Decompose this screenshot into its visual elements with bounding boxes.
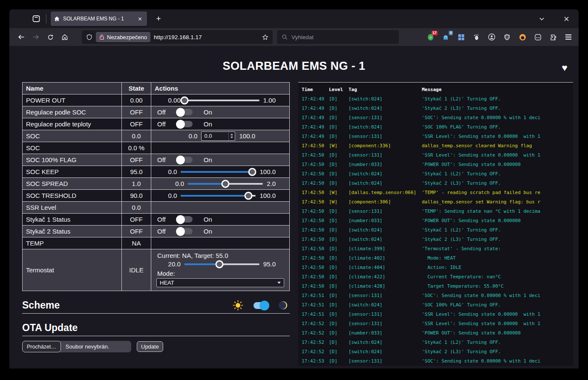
- file-input[interactable]: Procházet… Soubor nevybrán.: [22, 341, 131, 352]
- url-bar[interactable]: Nezabezpečeno http://192.168.1.17: [82, 30, 273, 44]
- container-tabs-button[interactable]: [533, 33, 542, 41]
- slider-min-label: 0.0: [168, 192, 177, 199]
- toggle-control: OffOn: [151, 156, 289, 163]
- slider-knob[interactable]: [180, 96, 188, 104]
- forward-button[interactable]: [29, 31, 43, 43]
- scheme-toggle-knob[interactable]: [259, 300, 269, 310]
- slider-knob[interactable]: [222, 180, 230, 188]
- scheme-heading: Scheme: [22, 300, 60, 311]
- entity-name: TEMP: [23, 237, 122, 249]
- extension-orange-button[interactable]: [518, 33, 527, 41]
- back-button[interactable]: [14, 31, 28, 43]
- slider-control: 0.02.0: [151, 180, 289, 187]
- entity-state: NA: [122, 237, 151, 249]
- tab-strip: SOLARBEAM EMS NG - 1 +: [9, 9, 579, 28]
- extensions-button[interactable]: [549, 33, 557, 41]
- log-message: 'SOC 100% FLAG' Turning OFF.: [422, 124, 573, 130]
- log-console[interactable]: Time Level Tag Message 17:42:49[D][switc…: [298, 82, 573, 366]
- log-row: 17:42:52[D][number:033]'POWER OUT': Send…: [298, 328, 573, 337]
- search-bar[interactable]: Vyhledat: [277, 30, 399, 44]
- header-state: State: [122, 83, 151, 94]
- entity-row: SOC SPREAD1.00.02.0: [23, 178, 290, 190]
- log-time: 17:42:50: [302, 171, 329, 177]
- log-tag: [climate:402]: [349, 255, 422, 261]
- extension-icons: 17 0: [426, 33, 574, 41]
- log-message: 'Stykač 1 (L2)' Turning OFF.: [422, 227, 573, 233]
- mode-select[interactable]: HEAT: [156, 278, 284, 287]
- log-tag: [switch:024]: [349, 171, 422, 177]
- log-level: [D]: [329, 265, 349, 270]
- scheme-toggle[interactable]: [254, 302, 268, 309]
- toggle-switch[interactable]: [177, 228, 193, 234]
- log-level: [D]: [329, 246, 349, 251]
- extension-adblock-button[interactable]: 17: [426, 33, 435, 41]
- log-tag: [climate:404]: [349, 265, 422, 270]
- log-header-tag: Tag: [349, 87, 422, 92]
- log-time: 17:42:52: [302, 321, 329, 326]
- toggle-switch[interactable]: [177, 216, 193, 223]
- entity-row: SOC KEEP95.00.0100.0: [23, 166, 290, 178]
- log-message: 'Termostat' - Sending state:: [422, 246, 573, 251]
- update-button[interactable]: Update: [137, 341, 163, 352]
- toggle-switch[interactable]: [177, 109, 193, 115]
- extension-grid-button[interactable]: [457, 33, 465, 41]
- tab-separator: [46, 14, 46, 23]
- slider[interactable]: [181, 195, 256, 197]
- slider[interactable]: [188, 183, 263, 185]
- security-chip[interactable]: Nezabezpečeno: [96, 32, 150, 42]
- home-button[interactable]: [58, 31, 72, 43]
- browse-button[interactable]: Procházet…: [22, 341, 61, 352]
- toggle-off-label: Off: [157, 228, 166, 235]
- log-level: [D]: [329, 134, 349, 139]
- log-row: 17:42:53[D][sensor:131]'SOC': Sending st…: [298, 356, 573, 366]
- slider[interactable]: [181, 171, 256, 173]
- browser-tab[interactable]: SOLARBEAM EMS NG - 1: [51, 11, 147, 26]
- menu-button[interactable]: [564, 33, 573, 41]
- toggle-knob: [176, 155, 185, 164]
- log-time: 17:42:50: [302, 227, 329, 233]
- log-tag: [number:033]: [349, 218, 422, 223]
- slider-knob[interactable]: [244, 191, 252, 200]
- orange-circle-icon: [519, 34, 526, 41]
- entity-name: Regulace podle teploty: [23, 118, 122, 130]
- number-value: 0.0: [202, 133, 228, 139]
- log-row: 17:42:50[D][switch:024]'Stykač 2 (L3)' T…: [298, 234, 573, 244]
- slider[interactable]: [184, 100, 259, 101]
- log-level: [D]: [329, 218, 349, 223]
- extension-gnome-button[interactable]: [472, 33, 481, 41]
- slider[interactable]: [184, 263, 259, 265]
- home-favicon-icon: [54, 16, 60, 22]
- log-message: 'SOC': Sending state 0.00000 % with 1 de…: [422, 358, 573, 364]
- toggle-switch[interactable]: [177, 157, 193, 163]
- new-tab-button[interactable]: +: [152, 12, 165, 25]
- account-button[interactable]: [487, 33, 496, 41]
- number-input[interactable]: 0.0: [201, 131, 235, 141]
- extension-ublock-button[interactable]: [503, 33, 511, 41]
- reload-button[interactable]: [43, 31, 57, 43]
- window-close-button[interactable]: [564, 16, 569, 22]
- url-text[interactable]: http://192.168.1.17: [154, 34, 259, 40]
- slider-control: 0.0100.0: [151, 168, 289, 175]
- entity-state: OFF: [122, 118, 151, 130]
- firefox-view-button[interactable]: [30, 12, 43, 25]
- log-tag: [switch:024]: [349, 106, 422, 111]
- list-tabs-button[interactable]: [539, 16, 545, 22]
- slider-knob[interactable]: [215, 260, 223, 268]
- tracking-shield-icon[interactable]: [86, 34, 92, 40]
- number-spinner[interactable]: [228, 132, 235, 140]
- chevron-down-icon: [277, 282, 281, 284]
- search-icon: [282, 34, 288, 40]
- tab-close-icon[interactable]: [136, 15, 144, 23]
- log-message: dallas_temp.sensor cleared Warning flag: [422, 143, 573, 149]
- extension-ghost-button[interactable]: 0: [441, 33, 450, 41]
- toggle-switch[interactable]: [177, 121, 193, 127]
- bookmark-star-icon[interactable]: [262, 34, 268, 40]
- log-row: 17:42:52[D][switch:024]'Stykač 2 (L3)' T…: [298, 347, 573, 356]
- log-row: 17:42:50[W][component:306]dallas_temp.se…: [298, 197, 573, 206]
- log-tag: [number:033]: [349, 162, 422, 167]
- log-level: [D]: [329, 255, 349, 261]
- log-time: 17:42:50: [302, 209, 329, 214]
- log-message: 'SOC': Sending state 0.00000 % with 1 de…: [422, 293, 573, 298]
- slider-knob[interactable]: [248, 168, 256, 176]
- entity-actions: OffOn: [151, 226, 290, 237]
